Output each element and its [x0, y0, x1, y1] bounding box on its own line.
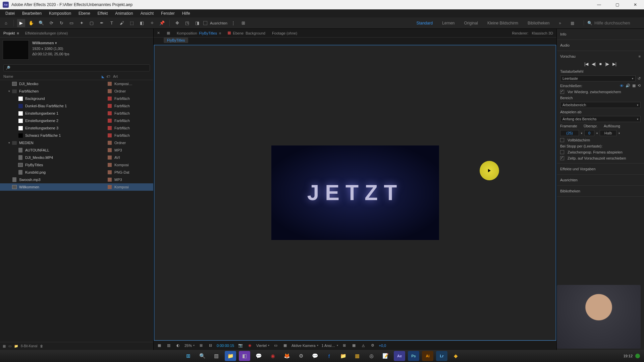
playcached-toggle[interactable]: Zwischengesp. Frames abspielen: [560, 149, 641, 155]
roto-tool[interactable]: ✧: [148, 19, 156, 27]
stop-button[interactable]: ■: [599, 62, 601, 66]
project-item[interactable]: DJI_Mexiko.MP4AVI: [0, 154, 153, 161]
folder-icon[interactable]: 📁: [337, 351, 349, 361]
tab-effect-controls[interactable]: Effekteinstellungen (ohne): [25, 31, 68, 35]
reset-icon[interactable]: ↺: [638, 76, 641, 81]
home-icon[interactable]: ⌂: [2, 19, 10, 27]
close-button[interactable]: ✕: [629, 0, 641, 9]
ws-standard[interactable]: Standard: [416, 21, 433, 25]
app4-icon[interactable]: ▦: [352, 351, 363, 361]
mask2-icon[interactable]: ◨: [193, 19, 201, 27]
project-item[interactable]: DJI_MexikoKomposi…: [0, 80, 153, 87]
eraser-tool[interactable]: ◧: [138, 19, 146, 27]
panel-effects[interactable]: Effekte und Vorgaben: [560, 166, 641, 172]
renderer-label[interactable]: Renderer: Klassisch 3D: [512, 31, 553, 35]
include-overlay-icon[interactable]: ▦: [632, 83, 636, 88]
project-item[interactable]: AUTOUNFALLMP3: [0, 146, 153, 154]
panbehind-tool[interactable]: ✦: [77, 19, 86, 27]
region-icon[interactable]: ▭: [273, 343, 279, 348]
v2-icon[interactable]: ▦: [351, 343, 357, 348]
menu-ansicht[interactable]: Ansicht: [137, 10, 157, 17]
panel-libraries[interactable]: Bibliotheken: [560, 188, 641, 194]
channel-icon[interactable]: ◉: [247, 343, 253, 348]
ws-more-icon[interactable]: »: [559, 21, 561, 25]
exposure-value[interactable]: +0,0: [379, 344, 386, 348]
ws-original[interactable]: Original: [464, 21, 478, 25]
guides-icon[interactable]: ▥: [166, 343, 172, 348]
bitdepth-button[interactable]: 8-Bit-Kanal: [21, 344, 37, 348]
project-item[interactable]: Einstellungsebene 2Farbfläch: [0, 117, 153, 124]
mask-icon[interactable]: ◳: [183, 19, 191, 27]
snapping-toggle[interactable]: Ausrichten: [203, 21, 227, 25]
app5-icon[interactable]: ◆: [450, 351, 462, 361]
include-loop-icon[interactable]: ⟲: [638, 83, 641, 88]
project-search[interactable]: 🔎: [3, 64, 150, 71]
project-item[interactable]: FlyByTitlesKomposi: [0, 161, 153, 169]
project-item[interactable]: Swoosh.mp3MP3: [0, 176, 153, 183]
include-audio-icon[interactable]: 🔊: [626, 83, 630, 88]
app1-icon[interactable]: ◧: [239, 351, 250, 361]
brush-tool[interactable]: 🖌: [118, 19, 126, 27]
firefox-icon[interactable]: 🦊: [281, 351, 292, 361]
app2-icon[interactable]: ◉: [267, 351, 278, 361]
flowchart-breadcrumb[interactable]: FlyByTitles: [154, 38, 556, 45]
pen-tool[interactable]: ✒: [98, 19, 106, 27]
menu-hilfe[interactable]: Hilfe: [179, 10, 194, 17]
type-tool[interactable]: T: [108, 19, 116, 27]
resolution-dropdown[interactable]: Viertel: [256, 344, 269, 348]
fps-dropdown[interactable]: (25): [560, 130, 579, 136]
alpha-icon[interactable]: ▦: [156, 343, 162, 348]
notes-icon[interactable]: 📝: [380, 351, 391, 361]
last-frame-button[interactable]: ▶|: [612, 62, 616, 66]
res-dropdown[interactable]: Halb: [600, 130, 616, 136]
project-item[interactable]: BackgroundFarbfläch: [0, 95, 153, 102]
puppet-tool[interactable]: 📌: [158, 19, 166, 27]
viewport[interactable]: JETZT: [154, 45, 556, 341]
ws-lernen[interactable]: Lernen: [442, 21, 454, 25]
illustrator-icon[interactable]: Ai: [422, 351, 433, 361]
menu-fenster[interactable]: Fenster: [158, 10, 178, 17]
include-video-icon[interactable]: 👁: [620, 84, 624, 88]
project-item[interactable]: ▾MEDIENOrdner: [0, 139, 153, 146]
project-item[interactable]: Dunkel-Blau Farbfläche 1Farbfläch: [0, 102, 153, 110]
app3-icon[interactable]: ⚙: [295, 351, 307, 361]
maximize-button[interactable]: ▢: [611, 0, 623, 9]
fullscreen-toggle[interactable]: Vollbildschirm: [560, 137, 641, 143]
facebook-icon[interactable]: f: [323, 351, 335, 361]
help-search-input[interactable]: [594, 20, 638, 25]
panel-audio[interactable]: Audio: [560, 42, 641, 49]
project-item[interactable]: ▾FarbflächenOrdner: [0, 87, 153, 95]
project-item[interactable]: Kursbild.pngPNG-Dat: [0, 169, 153, 176]
first-frame-button[interactable]: |◀: [584, 62, 588, 66]
zoom-tool[interactable]: 🔍: [37, 19, 45, 27]
res2-icon[interactable]: ⊟: [207, 343, 213, 348]
trash-icon[interactable]: 🗑: [40, 344, 43, 348]
camera-tool[interactable]: ▭: [67, 19, 75, 27]
shape-tool[interactable]: ▢: [88, 19, 96, 27]
minimize-button[interactable]: —: [593, 0, 605, 9]
ws-libs[interactable]: Bibliotheken: [528, 21, 549, 25]
menu-effekt[interactable]: Effekt: [94, 10, 111, 17]
transp-icon[interactable]: ▦: [282, 343, 288, 348]
taskview-icon[interactable]: ▥: [211, 351, 222, 361]
tab-footage[interactable]: Footage (ohne): [272, 31, 297, 35]
menu-komposition[interactable]: Komposition: [46, 10, 74, 17]
messenger-icon[interactable]: 💬: [309, 351, 321, 361]
selection-tool[interactable]: ▶: [17, 19, 25, 27]
lightroom-icon[interactable]: Lr: [436, 351, 447, 361]
tray-icon[interactable]: [635, 354, 640, 358]
hand-tool[interactable]: ✋: [27, 19, 35, 27]
tab-project[interactable]: Projekt ≡: [3, 31, 19, 35]
next-frame-button[interactable]: |▶: [605, 62, 609, 66]
snapshot-icon[interactable]: 📷: [237, 343, 244, 348]
menu-bearbeiten[interactable]: Bearbeiten: [19, 10, 45, 17]
current-time[interactable]: 0:00:00:15: [217, 344, 234, 348]
obs-icon[interactable]: ◎: [366, 351, 377, 361]
interpret-icon[interactable]: ▦: [3, 344, 6, 348]
newfolder-icon[interactable]: 📁: [14, 344, 18, 348]
range-dropdown[interactable]: Arbeitsbereich: [560, 102, 641, 108]
prev-frame-button[interactable]: ◀|: [592, 62, 596, 66]
menu-datei[interactable]: Datei: [2, 10, 18, 17]
panel-info[interactable]: Info: [560, 31, 641, 38]
newcomp-icon[interactable]: ▭: [8, 344, 11, 348]
